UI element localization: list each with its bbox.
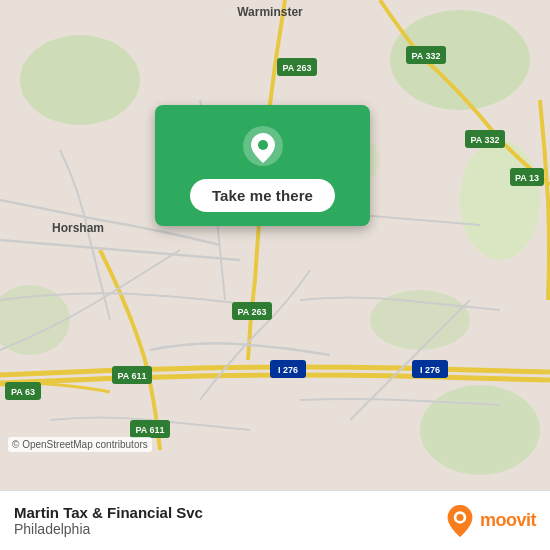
moovit-logo: moovit (446, 505, 536, 537)
bottom-bar: Martin Tax & Financial Svc Philadelphia … (0, 490, 550, 550)
svg-point-34 (456, 513, 463, 520)
svg-text:PA 611: PA 611 (135, 425, 164, 435)
svg-text:PA 263: PA 263 (282, 63, 311, 73)
svg-point-1 (20, 35, 140, 125)
take-me-there-button[interactable]: Take me there (190, 179, 335, 212)
business-name: Martin Tax & Financial Svc (14, 504, 203, 521)
svg-text:PA 332: PA 332 (470, 135, 499, 145)
map-svg: PA 263 PA 332 PA 332 PA 13 PA 263 PA 611… (0, 0, 550, 490)
svg-point-3 (460, 140, 540, 260)
svg-text:Warminster: Warminster (237, 5, 303, 19)
location-pin-icon (240, 123, 286, 169)
svg-text:PA 63: PA 63 (11, 387, 35, 397)
svg-point-32 (258, 140, 268, 150)
svg-text:I 276: I 276 (278, 365, 298, 375)
osm-credit: © OpenStreetMap contributors (8, 437, 152, 452)
svg-text:PA 263: PA 263 (237, 307, 266, 317)
svg-text:I 276: I 276 (420, 365, 440, 375)
map-container: PA 263 PA 332 PA 332 PA 13 PA 263 PA 611… (0, 0, 550, 490)
moovit-text: moovit (480, 510, 536, 531)
svg-text:Horsham: Horsham (52, 221, 104, 235)
moovit-pin-icon (446, 505, 474, 537)
city-name: Philadelphia (14, 521, 203, 537)
svg-text:PA 13: PA 13 (515, 173, 539, 183)
svg-point-5 (420, 385, 540, 475)
business-info: Martin Tax & Financial Svc Philadelphia (14, 504, 203, 537)
svg-text:PA 332: PA 332 (411, 51, 440, 61)
location-card: Take me there (155, 105, 370, 226)
svg-text:PA 611: PA 611 (117, 371, 146, 381)
